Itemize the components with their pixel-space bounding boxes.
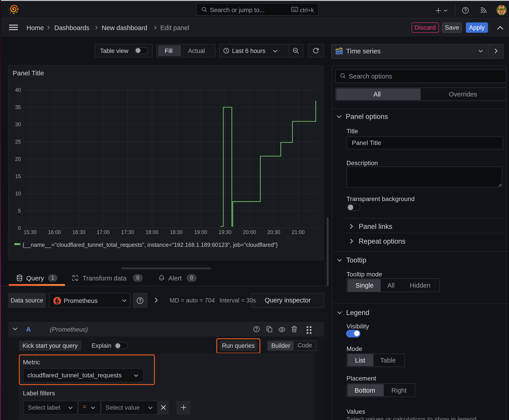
svg-text:30: 30	[15, 122, 21, 128]
svg-text:15: 15	[15, 173, 21, 179]
svg-text:25: 25	[15, 139, 21, 145]
svg-text:20:00: 20:00	[243, 229, 256, 235]
svg-text:40: 40	[15, 87, 21, 93]
svg-text:19:30: 19:30	[219, 229, 232, 235]
svg-text:16:00: 16:00	[48, 229, 61, 235]
svg-text:15:30: 15:30	[23, 229, 37, 235]
svg-text:20: 20	[15, 156, 21, 162]
svg-text:5: 5	[18, 208, 21, 214]
svg-text:17:30: 17:30	[121, 229, 134, 235]
svg-text:18:30: 18:30	[170, 229, 183, 235]
svg-text:35: 35	[15, 104, 21, 110]
svg-text:19:00: 19:00	[194, 229, 207, 235]
svg-text:18:00: 18:00	[145, 229, 159, 235]
svg-text:17:00: 17:00	[97, 229, 110, 235]
svg-text:10: 10	[15, 191, 21, 196]
svg-text:21:00: 21:00	[292, 229, 305, 235]
svg-text:{__name__="cloudflared_tunnel_: {__name__="cloudflared_tunnel_total_requ…	[23, 242, 278, 248]
svg-text:16:30: 16:30	[72, 229, 85, 235]
svg-text:20:30: 20:30	[267, 229, 280, 235]
svg-text:0: 0	[18, 225, 21, 231]
